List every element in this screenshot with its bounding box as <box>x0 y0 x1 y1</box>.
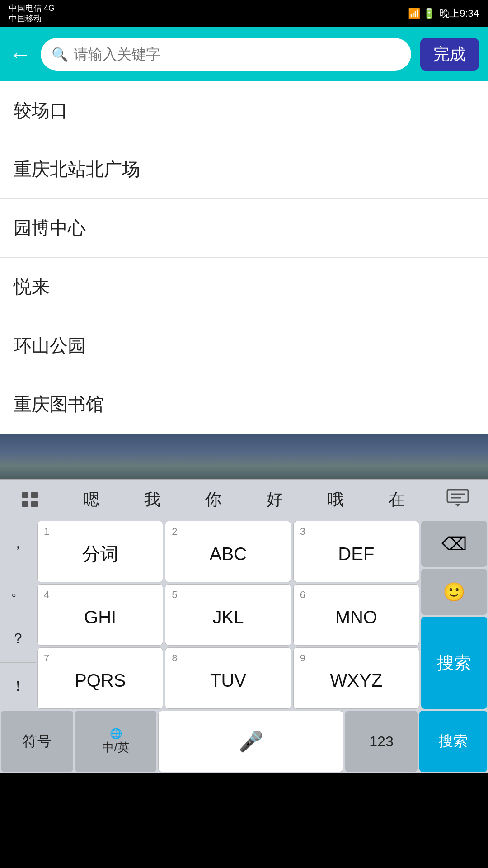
list-item[interactable]: 重庆北站北广场 <box>0 140 488 199</box>
list-item[interactable]: 环山公园 <box>0 316 488 375</box>
list-item[interactable]: 园博中心 <box>0 199 488 258</box>
list-item-text: 环山公园 <box>14 333 86 358</box>
key-8[interactable]: 8 TUV <box>165 647 291 709</box>
back-button[interactable]: ← <box>9 43 32 66</box>
list-item-text: 园博中心 <box>14 216 86 241</box>
chinese-english-label: 中/英 <box>102 740 129 755</box>
suggestion-item-3[interactable]: 你 <box>183 480 244 520</box>
signal-icons: 📶 🔋 <box>408 8 435 19</box>
key-5[interactable]: 5 JKL <box>165 584 291 646</box>
key-6[interactable]: 6 MNO <box>293 584 419 646</box>
time-label: 晚上9:34 <box>440 7 479 20</box>
suggestion-item-6[interactable]: 在 <box>366 480 427 520</box>
suggestion-item-2[interactable]: 我 <box>122 480 183 520</box>
globe-icon: 🌐 <box>110 728 122 740</box>
number-keys-grid: 1 分词 2 ABC 3 DEF 4 GHI 5 JKL 6 MNO <box>36 520 420 710</box>
keyboard-right-column: ⌫ 🙂 搜索 <box>420 520 488 710</box>
svg-rect-1 <box>31 492 38 498</box>
carrier2-label: 中国移动 <box>9 14 55 24</box>
delete-key[interactable]: ⌫ <box>421 521 487 567</box>
search-bottom-key[interactable]: 搜索 <box>419 711 487 772</box>
space-key[interactable]: 🎤 <box>158 711 343 772</box>
punct-key-question[interactable]: ？ <box>0 615 36 663</box>
suggestion-grid-icon[interactable] <box>0 480 61 520</box>
list-item[interactable]: 重庆图书馆 <box>0 375 488 434</box>
list-item-text: 悦来 <box>14 274 50 299</box>
map-preview <box>0 434 488 479</box>
list-item-text: 较场口 <box>14 98 68 123</box>
symbol-key[interactable]: 符号 <box>1 711 73 772</box>
number-switch-key[interactable]: 123 <box>345 711 418 772</box>
emoji-key[interactable]: 🙂 <box>421 569 487 615</box>
key-1[interactable]: 1 分词 <box>37 521 163 582</box>
key-3[interactable]: 3 DEF <box>293 521 419 582</box>
carrier1-label: 中国电信 4G <box>9 3 55 14</box>
suggestion-item-5[interactable]: 哦 <box>305 480 366 520</box>
keyboard-bottom-row: 符号 🌐 中/英 🎤 123 搜索 <box>0 710 488 773</box>
search-input[interactable] <box>74 46 400 63</box>
status-bar: 中国电信 4G 中国移动 📶 🔋 晚上9:34 <box>0 0 488 27</box>
svg-rect-2 <box>22 501 28 507</box>
done-button[interactable]: 完成 <box>420 38 479 71</box>
mic-icon: 🎤 <box>239 730 263 753</box>
punct-key-comma[interactable]: ， <box>0 520 36 567</box>
svg-rect-3 <box>31 501 38 507</box>
key-7[interactable]: 7 PQRS <box>37 647 163 709</box>
list-item[interactable]: 悦来 <box>0 258 488 316</box>
header: ← 🔍 完成 <box>0 27 488 81</box>
key-9[interactable]: 9 WXYZ <box>293 647 419 709</box>
key-2[interactable]: 2 ABC <box>165 521 291 582</box>
list-item-text: 重庆北站北广场 <box>14 157 140 182</box>
delete-icon: ⌫ <box>441 533 467 554</box>
chinese-english-key[interactable]: 🌐 中/英 <box>75 711 156 772</box>
hide-keyboard-icon <box>446 489 469 511</box>
status-right: 📶 🔋 晚上9:34 <box>408 7 479 20</box>
emoji-icon: 🙂 <box>443 581 465 603</box>
suggestion-item-1[interactable]: 嗯 <box>61 480 122 520</box>
key-4[interactable]: 4 GHI <box>37 584 163 646</box>
list-item-text: 重庆图书馆 <box>14 392 104 417</box>
keyboard-suggestions-row: 嗯 我 你 好 哦 在 <box>0 479 488 520</box>
svg-rect-4 <box>447 490 468 502</box>
hide-keyboard-button[interactable] <box>427 480 488 520</box>
svg-rect-0 <box>22 492 28 498</box>
suggestion-item-4[interactable]: 好 <box>244 480 305 520</box>
punct-key-exclaim[interactable]: ！ <box>0 663 36 710</box>
location-list: 较场口 重庆北站北广场 园博中心 悦来 环山公园 重庆图书馆 <box>0 81 488 434</box>
keyboard: ， 。 ？ ！ 1 分词 2 ABC 3 DEF 4 GHI <box>0 520 488 773</box>
list-item[interactable]: 较场口 <box>0 81 488 140</box>
search-bar: 🔍 <box>41 38 411 71</box>
punctuation-column: ， 。 ？ ！ <box>0 520 36 710</box>
search-icon: 🔍 <box>52 47 68 62</box>
search-key[interactable]: 搜索 <box>421 617 487 709</box>
punct-key-period[interactable]: 。 <box>0 567 36 615</box>
search-key-label: 搜索 <box>437 651 471 675</box>
carrier-info: 中国电信 4G 中国移动 <box>9 3 55 24</box>
